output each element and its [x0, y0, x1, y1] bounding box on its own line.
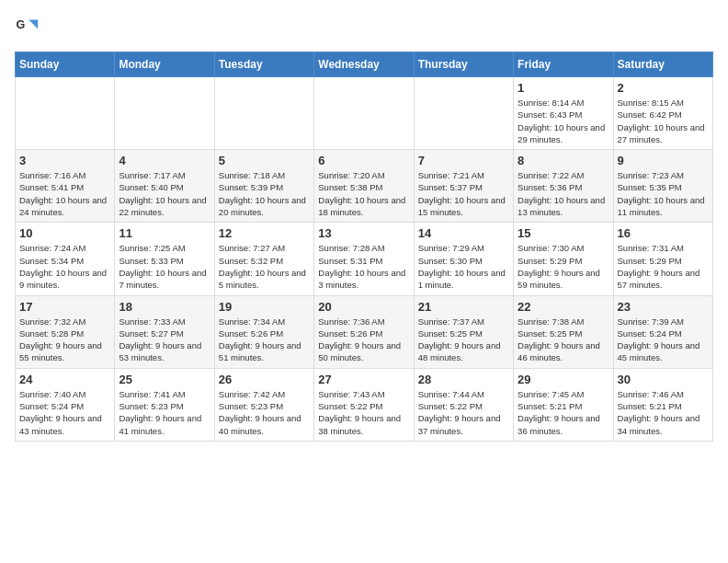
day-number: 13 [318, 226, 409, 240]
day-number: 4 [119, 154, 210, 167]
calendar-cell: 19Sunrise: 7:34 AM Sunset: 5:26 PM Dayli… [214, 295, 313, 368]
weekday-header: Friday [514, 52, 613, 77]
day-number: 10 [19, 226, 110, 240]
day-info: Sunrise: 7:29 AM Sunset: 5:30 PM Dayligh… [418, 242, 509, 291]
calendar-cell [414, 77, 513, 150]
day-info: Sunrise: 7:27 AM Sunset: 5:32 PM Dayligh… [219, 242, 310, 291]
calendar-cell [16, 77, 115, 150]
day-info: Sunrise: 7:21 AM Sunset: 5:37 PM Dayligh… [418, 169, 509, 218]
calendar-cell: 24Sunrise: 7:40 AM Sunset: 5:24 PM Dayli… [16, 368, 115, 441]
day-info: Sunrise: 7:40 AM Sunset: 5:24 PM Dayligh… [19, 388, 110, 437]
calendar-cell: 6Sunrise: 7:20 AM Sunset: 5:38 PM Daylig… [314, 150, 414, 223]
calendar-cell: 20Sunrise: 7:36 AM Sunset: 5:26 PM Dayli… [314, 295, 414, 368]
day-info: Sunrise: 7:20 AM Sunset: 5:38 PM Dayligh… [318, 169, 409, 218]
day-info: Sunrise: 7:39 AM Sunset: 5:24 PM Dayligh… [618, 316, 709, 364]
day-number: 27 [318, 373, 409, 386]
calendar-cell: 17Sunrise: 7:32 AM Sunset: 5:28 PM Dayli… [16, 295, 115, 368]
calendar-cell: 10Sunrise: 7:24 AM Sunset: 5:34 PM Dayli… [16, 223, 115, 295]
day-info: Sunrise: 7:23 AM Sunset: 5:35 PM Dayligh… [618, 169, 709, 218]
day-number: 19 [219, 300, 310, 314]
day-number: 28 [418, 373, 509, 386]
calendar-cell: 8Sunrise: 7:22 AM Sunset: 5:36 PM Daylig… [514, 150, 613, 223]
day-number: 22 [518, 300, 609, 314]
day-number: 1 [518, 81, 609, 95]
day-number: 25 [119, 373, 210, 386]
calendar-cell: 16Sunrise: 7:31 AM Sunset: 5:29 PM Dayli… [613, 223, 712, 295]
calendar-cell: 21Sunrise: 7:37 AM Sunset: 5:25 PM Dayli… [414, 295, 513, 368]
day-number: 29 [518, 373, 609, 386]
calendar-cell: 7Sunrise: 7:21 AM Sunset: 5:37 PM Daylig… [414, 150, 513, 223]
day-info: Sunrise: 7:46 AM Sunset: 5:21 PM Dayligh… [618, 388, 709, 437]
calendar-week-row: 24Sunrise: 7:40 AM Sunset: 5:24 PM Dayli… [16, 368, 713, 441]
day-info: Sunrise: 7:44 AM Sunset: 5:22 PM Dayligh… [418, 388, 509, 437]
day-number: 26 [219, 373, 310, 386]
calendar-header-row: SundayMondayTuesdayWednesdayThursdayFrid… [16, 52, 713, 77]
calendar-cell: 22Sunrise: 7:38 AM Sunset: 5:25 PM Dayli… [514, 295, 613, 368]
calendar-cell: 5Sunrise: 7:18 AM Sunset: 5:39 PM Daylig… [214, 150, 313, 223]
weekday-header: Wednesday [314, 52, 414, 77]
calendar-cell: 27Sunrise: 7:43 AM Sunset: 5:22 PM Dayli… [314, 368, 414, 441]
weekday-header: Thursday [414, 52, 513, 77]
calendar-table: SundayMondayTuesdayWednesdayThursdayFrid… [15, 52, 713, 442]
calendar-cell: 29Sunrise: 7:45 AM Sunset: 5:21 PM Dayli… [514, 368, 613, 441]
calendar-cell: 2Sunrise: 8:15 AM Sunset: 6:42 PM Daylig… [613, 77, 712, 150]
logo-icon: G [15, 15, 40, 40]
day-info: Sunrise: 7:45 AM Sunset: 5:21 PM Dayligh… [518, 388, 609, 437]
day-number: 8 [518, 154, 609, 167]
calendar-cell: 14Sunrise: 7:29 AM Sunset: 5:30 PM Dayli… [414, 223, 513, 295]
calendar-cell: 25Sunrise: 7:41 AM Sunset: 5:23 PM Dayli… [115, 368, 214, 441]
day-number: 3 [19, 154, 110, 167]
day-number: 12 [219, 226, 310, 240]
day-number: 23 [618, 300, 709, 314]
day-info: Sunrise: 7:25 AM Sunset: 5:33 PM Dayligh… [119, 242, 210, 291]
day-info: Sunrise: 7:37 AM Sunset: 5:25 PM Dayligh… [418, 316, 509, 364]
day-info: Sunrise: 7:32 AM Sunset: 5:28 PM Dayligh… [19, 316, 110, 364]
calendar-cell: 12Sunrise: 7:27 AM Sunset: 5:32 PM Dayli… [214, 223, 313, 295]
day-number: 30 [618, 373, 709, 386]
calendar-cell: 3Sunrise: 7:16 AM Sunset: 5:41 PM Daylig… [16, 150, 115, 223]
day-info: Sunrise: 7:18 AM Sunset: 5:39 PM Dayligh… [219, 169, 310, 218]
calendar-week-row: 3Sunrise: 7:16 AM Sunset: 5:41 PM Daylig… [16, 150, 713, 223]
calendar-cell: 11Sunrise: 7:25 AM Sunset: 5:33 PM Dayli… [115, 223, 214, 295]
day-info: Sunrise: 8:14 AM Sunset: 6:43 PM Dayligh… [518, 97, 609, 145]
calendar-cell [214, 77, 313, 150]
day-info: Sunrise: 7:28 AM Sunset: 5:31 PM Dayligh… [318, 242, 409, 291]
day-info: Sunrise: 7:42 AM Sunset: 5:23 PM Dayligh… [219, 388, 310, 437]
day-number: 14 [418, 226, 509, 240]
day-info: Sunrise: 7:33 AM Sunset: 5:27 PM Dayligh… [119, 316, 210, 364]
day-info: Sunrise: 7:36 AM Sunset: 5:26 PM Dayligh… [318, 316, 409, 364]
calendar-cell: 18Sunrise: 7:33 AM Sunset: 5:27 PM Dayli… [115, 295, 214, 368]
day-info: Sunrise: 7:41 AM Sunset: 5:23 PM Dayligh… [119, 388, 210, 437]
day-number: 24 [19, 373, 110, 386]
day-number: 15 [518, 226, 609, 240]
day-number: 5 [219, 154, 310, 167]
page-header: G [15, 15, 713, 40]
calendar-cell: 1Sunrise: 8:14 AM Sunset: 6:43 PM Daylig… [514, 77, 613, 150]
day-number: 7 [418, 154, 509, 167]
weekday-header: Tuesday [214, 52, 313, 77]
weekday-header: Monday [115, 52, 214, 77]
day-info: Sunrise: 7:16 AM Sunset: 5:41 PM Dayligh… [19, 169, 110, 218]
calendar-cell: 9Sunrise: 7:23 AM Sunset: 5:35 PM Daylig… [613, 150, 712, 223]
weekday-header: Saturday [613, 52, 712, 77]
svg-marker-1 [28, 20, 38, 29]
weekday-header: Sunday [16, 52, 115, 77]
day-number: 11 [119, 226, 210, 240]
day-info: Sunrise: 7:38 AM Sunset: 5:25 PM Dayligh… [518, 316, 609, 364]
calendar-week-row: 17Sunrise: 7:32 AM Sunset: 5:28 PM Dayli… [16, 295, 713, 368]
day-info: Sunrise: 7:24 AM Sunset: 5:34 PM Dayligh… [19, 242, 110, 291]
day-number: 2 [618, 81, 709, 95]
day-info: Sunrise: 7:34 AM Sunset: 5:26 PM Dayligh… [219, 316, 310, 364]
day-number: 20 [318, 300, 409, 314]
day-number: 9 [618, 154, 709, 167]
calendar-cell [314, 77, 414, 150]
day-info: Sunrise: 7:17 AM Sunset: 5:40 PM Dayligh… [119, 169, 210, 218]
svg-text:G: G [16, 18, 25, 31]
day-info: Sunrise: 7:22 AM Sunset: 5:36 PM Dayligh… [518, 169, 609, 218]
day-number: 6 [318, 154, 409, 167]
day-info: Sunrise: 7:43 AM Sunset: 5:22 PM Dayligh… [318, 388, 409, 437]
logo: G [15, 15, 44, 40]
day-info: Sunrise: 8:15 AM Sunset: 6:42 PM Dayligh… [618, 97, 709, 145]
day-info: Sunrise: 7:31 AM Sunset: 5:29 PM Dayligh… [618, 242, 709, 291]
calendar-cell: 30Sunrise: 7:46 AM Sunset: 5:21 PM Dayli… [613, 368, 712, 441]
